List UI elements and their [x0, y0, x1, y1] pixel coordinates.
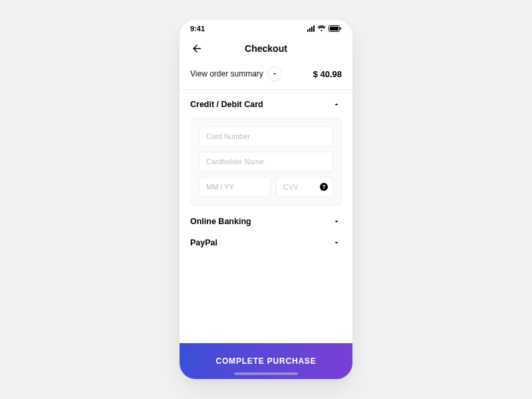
card-section: Credit / Debit Card ?: [180, 90, 352, 205]
chevron-down-icon: [331, 237, 342, 248]
order-summary-toggle[interactable]: [267, 66, 282, 81]
home-indicator: [234, 372, 298, 375]
chevron-down-icon: [331, 216, 342, 227]
complete-purchase-button[interactable]: COMPLETE PURCHASE: [180, 343, 352, 379]
status-time: 9:41: [190, 25, 205, 33]
svg-rect-2: [340, 27, 342, 30]
card-section-title: Credit / Debit Card: [190, 100, 263, 109]
online-banking-title: Online Banking: [190, 217, 251, 226]
wifi-icon: [317, 25, 326, 32]
order-summary-label: View order summary: [190, 69, 263, 78]
phone-frame: 9:41 Checkout View order summary $ 40.98: [180, 20, 352, 379]
arrow-left-icon: [191, 43, 203, 55]
cellular-icon: [307, 25, 315, 32]
chevron-up-icon: [331, 99, 342, 110]
page-title: Checkout: [245, 43, 287, 54]
back-button[interactable]: [189, 41, 205, 57]
card-section-toggle[interactable]: Credit / Debit Card: [190, 99, 342, 110]
online-banking-toggle[interactable]: Online Banking: [190, 216, 342, 227]
chevron-down-icon: [271, 70, 278, 77]
paypal-title: PayPal: [190, 238, 217, 247]
order-summary-row: View order summary $ 40.98: [180, 60, 352, 90]
order-total: $ 40.98: [313, 69, 342, 79]
status-indicators: [307, 25, 342, 32]
cvv-help-icon[interactable]: ?: [320, 183, 328, 191]
complete-purchase-label: COMPLETE PURCHASE: [216, 356, 317, 366]
paypal-toggle[interactable]: PayPal: [190, 237, 342, 248]
cardholder-name-input[interactable]: [199, 152, 333, 172]
status-bar: 9:41: [180, 20, 352, 37]
battery-icon: [329, 25, 342, 32]
svg-rect-1: [330, 27, 338, 31]
card-form: ?: [190, 118, 342, 205]
header: Checkout: [180, 37, 352, 60]
card-number-input[interactable]: [199, 126, 333, 146]
card-expiry-input[interactable]: [199, 177, 271, 197]
